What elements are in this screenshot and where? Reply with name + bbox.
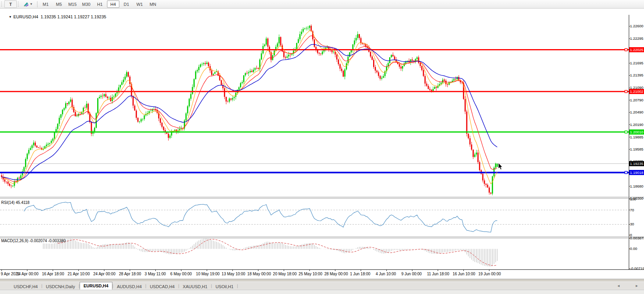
price-axis-label: 1.19885 xyxy=(630,135,643,139)
price-axis-label: 1.22600 xyxy=(630,24,643,28)
time-axis-label: 19 Jun 00:00 xyxy=(478,272,501,276)
price-label-text: 1.22025 xyxy=(630,48,643,52)
price-label-text: 1.19235 xyxy=(630,161,643,166)
time-axis-label: 25 May 10:00 xyxy=(299,272,322,276)
rsi-axis-label: 70 xyxy=(630,208,634,212)
ohlc-values: 1.19235 1.19241 1.19227 1.19235 xyxy=(41,14,106,19)
chart-tab-audusd[interactable]: AUDUSD,H4 xyxy=(113,283,145,290)
price-label-text: 1.20010 xyxy=(630,130,643,134)
hline-anchor[interactable] xyxy=(625,171,627,174)
time-axis-label: 20 May 18:00 xyxy=(273,272,297,276)
rsi-axis-label: 100 xyxy=(630,197,636,201)
rsi-indicator-label: RSI(14) 45.4118 xyxy=(1,200,30,205)
price-label-text: 1.19018 xyxy=(630,170,643,175)
macd-axis-label: 0.00 xyxy=(630,246,637,251)
timeframe-button-mn[interactable]: MN xyxy=(147,0,159,8)
tab-scroll-left-icon[interactable]: ◄ xyxy=(617,284,620,288)
toolbar-drag-handle[interactable] xyxy=(18,2,20,7)
chart-title: ▼EURUSD,H4 1.19235 1.19241 1.19227 1.192… xyxy=(2,10,106,24)
time-axis-label: 4 Jun 10:00 xyxy=(375,272,396,276)
time-axis-label: 6 May 00:00 xyxy=(170,272,192,276)
timeframe-toolbar: M1M5M15M30H1H4D1W1MN xyxy=(39,0,159,8)
timeframe-button-m1[interactable]: M1 xyxy=(39,0,52,8)
macd-indicator-label: MACD(12,26,9) -0.002074 -0.003380 xyxy=(1,239,66,243)
time-axis-label: 16 Apr 18:00 xyxy=(42,272,64,276)
price-label-text: 1.21002 xyxy=(630,89,643,94)
hline-anchor[interactable] xyxy=(625,49,627,51)
text-tool-button[interactable]: T xyxy=(4,0,17,8)
time-axis-label: 16 Jun 10:00 xyxy=(453,272,475,276)
time-axis-label: 13 May 10:00 xyxy=(222,272,246,276)
macd-axis-label: 0.003873 xyxy=(630,236,644,240)
time-axis-label: 24 Apr 00:00 xyxy=(93,272,116,276)
mt4-terminal: T ▼ M1M5M15M30H1H4D1W1MN 1.226001.222951… xyxy=(0,0,644,294)
time-axis-label: 3 May 11:00 xyxy=(145,272,166,276)
time-axis-label: 9 Jun 00:00 xyxy=(401,272,422,276)
colors-tool-button[interactable]: ▼ xyxy=(21,0,35,8)
time-axis-label: 10 May 19:00 xyxy=(196,272,220,276)
price-axis-label: 1.21695 xyxy=(630,61,643,65)
chart-tab-xauusd[interactable]: XAUUSD,H1 xyxy=(179,283,211,290)
chart-tab-usoil[interactable]: USOil,H1 xyxy=(212,283,237,290)
price-axis-label: 1.20490 xyxy=(630,110,643,114)
time-axis-label: 18 May 00:00 xyxy=(247,272,271,276)
time-axis-label: 14 Apr 00:00 xyxy=(16,272,39,276)
toolbar: T ▼ M1M5M15M30H1H4D1W1MN xyxy=(0,0,644,9)
chevron-down-icon: ▼ xyxy=(30,2,33,6)
status-bar xyxy=(0,290,644,294)
hline-anchor[interactable] xyxy=(625,90,627,93)
timeframe-button-d1[interactable]: D1 xyxy=(120,0,133,8)
rsi-axis-label: 30 xyxy=(630,222,634,226)
macd-axis-label: -0.00719 xyxy=(630,266,644,271)
price-axis-label: 1.19585 xyxy=(630,147,643,151)
toolbar-drag-handle[interactable] xyxy=(1,2,3,7)
chart-tab-bar: USDCHF,H4|USDCNH,Daily|EURUSD,H4|AUDUSD,… xyxy=(0,282,644,290)
chart-tab-eurusd[interactable]: EURUSD,H4 xyxy=(80,282,112,290)
timeframe-button-w1[interactable]: W1 xyxy=(133,0,146,8)
time-axis-label: 1 Jun 18:00 xyxy=(350,272,371,276)
tab-separator: | xyxy=(237,283,238,288)
price-axis-label: 1.20790 xyxy=(630,98,643,102)
price-axis-label: 1.22295 xyxy=(630,36,643,41)
chart-tab-usdcnh[interactable]: USDCNH,Daily xyxy=(43,283,79,290)
chart-window: 1.226001.222951.219951.216951.213951.210… xyxy=(0,9,644,279)
tab-scroll-right-icon[interactable]: ► xyxy=(635,284,639,288)
timeframe-button-m15[interactable]: M15 xyxy=(66,0,79,8)
price-chart-canvas: 1.226001.222951.219951.216951.213951.210… xyxy=(0,9,644,279)
time-axis-label: 11 Jun 18:00 xyxy=(427,272,450,276)
chart-tab-usdcad[interactable]: USDCAD,H4 xyxy=(146,283,178,290)
price-axis-label: 1.20190 xyxy=(630,122,643,127)
timeframe-button-h1[interactable]: H1 xyxy=(94,0,106,8)
timeframe-button-h4[interactable]: H4 xyxy=(107,0,119,8)
time-axis-label: 28 May 00:00 xyxy=(324,272,348,276)
timeframe-button-m30[interactable]: M30 xyxy=(80,0,93,8)
toolbar-separator xyxy=(37,1,37,7)
symbol-period-label: EURUSD,H4 xyxy=(13,14,38,19)
time-axis-label: 28 Apr 18:00 xyxy=(119,272,141,276)
chart-tab-usdchf[interactable]: USDCHF,H4 xyxy=(10,283,41,290)
price-axis-label: 1.21395 xyxy=(630,73,643,77)
price-axis-label: 1.18680 xyxy=(630,184,643,188)
time-axis-label: 21 Apr 10:00 xyxy=(68,272,90,276)
symbol-dropdown-icon[interactable]: ▼ xyxy=(9,15,12,19)
timeframe-button-m5[interactable]: M5 xyxy=(53,0,65,8)
crayons-icon xyxy=(23,2,29,7)
hline-anchor[interactable] xyxy=(625,131,627,133)
